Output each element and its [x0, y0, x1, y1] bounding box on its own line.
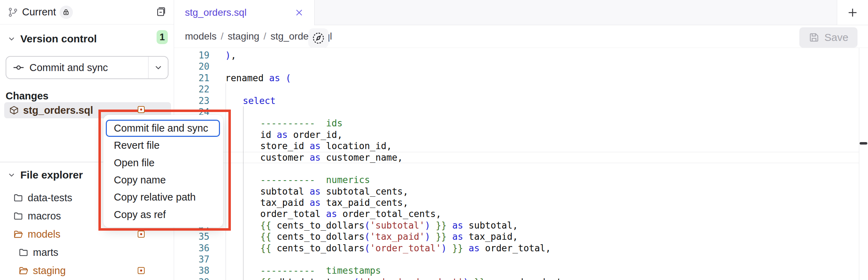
folder-open-icon [19, 266, 28, 275]
modified-badge-icon [138, 106, 145, 113]
code-line-27: store_id as location_id, [215, 140, 859, 152]
compass-icon [311, 31, 325, 45]
new-tab-zone [837, 0, 868, 25]
branch-bar: Current [0, 0, 174, 24]
lineage-button[interactable] [308, 28, 329, 48]
line-number: 38 [174, 265, 209, 276]
branch-lock-badge [60, 6, 73, 19]
changes-count-badge: 1 [157, 30, 168, 44]
lock-icon [62, 8, 70, 16]
code-line-21: renamed as ( [215, 72, 859, 84]
minimap[interactable]: ),renamed as (select---------- idsid as … [815, 50, 857, 88]
version-control-header[interactable]: Version control 1 [0, 24, 174, 45]
plus-icon[interactable] [846, 6, 859, 19]
save-label: Save [825, 31, 848, 43]
git-commit-icon [13, 62, 25, 74]
code-line-23: select [215, 95, 859, 106]
line-number: 35 [174, 231, 209, 242]
code-line-38: ---------- timestamps [215, 265, 859, 276]
tab-bar: stg_orders.sql [174, 0, 868, 25]
code-line-33: order_total as order_total_cents, [215, 208, 859, 219]
line-number: 37 [174, 254, 209, 265]
changed-file-name: stg_orders.sql [23, 105, 93, 116]
code-line-24 [215, 106, 859, 118]
breadcrumb-separator: / [221, 31, 223, 42]
modified-badge-icon [138, 231, 145, 238]
code-pane[interactable]: ),renamed as (select---------- idsid as … [215, 48, 859, 280]
duplicate-icon[interactable] [156, 6, 167, 17]
breadcrumb-part: models [185, 31, 216, 42]
line-number: 20 [174, 61, 209, 72]
branch-name: Current [22, 6, 56, 18]
code-line-37 [215, 254, 859, 265]
version-control-section: Version control 1 Commit and sync Change… [0, 24, 174, 45]
sidebar-item-models[interactable]: models [0, 225, 174, 243]
sidebar-item-marts[interactable]: marts [0, 243, 174, 261]
save-icon [808, 32, 820, 43]
file-explorer-title: File explorer [20, 169, 83, 181]
chevron-down-icon [8, 171, 15, 179]
line-number: 19 [174, 50, 209, 61]
scrollbar-thumb[interactable] [860, 142, 867, 145]
indent-guide [226, 83, 226, 280]
tab-stg-orders[interactable]: stg_orders.sql [174, 0, 315, 25]
tab-title: stg_orders.sql [185, 7, 247, 18]
chevron-down-icon [154, 63, 163, 72]
line-number: 21 [174, 72, 209, 84]
close-icon[interactable] [295, 8, 304, 17]
menu-item-copy-name[interactable]: Copy name [103, 172, 223, 189]
chevron-down-icon [8, 35, 15, 43]
commit-and-sync-button[interactable]: Commit and sync [6, 56, 168, 79]
line-number: 36 [174, 243, 209, 254]
code-line-31: subtotal as subtotal_cents, [215, 186, 859, 197]
model-icon [9, 105, 19, 115]
folder-closed-icon [13, 211, 23, 221]
line-number: 39 [174, 276, 209, 280]
code-line-36: {{ cents_to_dollars('order_total') }} as… [215, 243, 859, 254]
code-line-30: ---------- numerics [215, 174, 859, 186]
code-line-35: {{ cents_to_dollars('tax_paid') }} as ta… [215, 231, 859, 242]
code-pane[interactable]: ),renamed as (select---------- idsid as … [820, 50, 856, 50]
code-line-34: {{ cents_to_dollars('subtotal') }} as su… [215, 220, 859, 231]
code-line-26: id as order_id, [215, 129, 859, 140]
code-line-19: ), [215, 50, 859, 61]
file-header-row: models/staging/stg_orders.sql Save [174, 25, 868, 48]
editor-right-rail [859, 48, 859, 280]
folder-closed-icon [13, 193, 23, 203]
menu-item-open-file[interactable]: Open file [103, 154, 223, 172]
code-line-25: ---------- ids [215, 118, 859, 129]
indent-guide [243, 106, 243, 280]
code-line-20 [215, 61, 859, 72]
sidebar-item-staging[interactable]: staging [0, 261, 174, 280]
menu-item-commit-file-and-sync[interactable]: Commit file and sync [106, 120, 220, 137]
code-line-28: customer as customer_name, [215, 152, 859, 163]
commit-options-caret[interactable] [148, 57, 168, 78]
menu-item-copy-as-ref[interactable]: Copy as ref [103, 206, 223, 223]
modified-badge-icon [138, 267, 145, 274]
breadcrumb-part: staging [228, 31, 259, 42]
line-number: 22 [174, 84, 209, 95]
git-branch-icon [8, 7, 18, 18]
code-line-39: {{ dbt.date_trunc('day', 'ordered_at') }… [215, 276, 859, 280]
file-context-menu: Commit file and syncRevert fileOpen file… [103, 115, 223, 227]
folder-open-icon [13, 229, 23, 239]
version-control-title: Version control [20, 33, 97, 45]
code-line-29 [215, 163, 859, 174]
save-button[interactable]: Save [799, 27, 857, 48]
menu-item-copy-relative-path[interactable]: Copy relative path [103, 189, 223, 206]
line-number: 23 [174, 95, 209, 106]
folder-closed-icon [19, 247, 28, 257]
code-line-22 [215, 84, 859, 95]
breadcrumb-separator: / [263, 31, 266, 42]
changes-heading: Changes [6, 90, 48, 102]
menu-item-revert-file[interactable]: Revert file [103, 137, 223, 154]
dbt-ide-window: Current Version control 1 [0, 0, 868, 280]
code-line-32: tax_paid as tax_paid_cents, [215, 197, 859, 208]
commit-and-sync-label: Commit and sync [29, 62, 108, 74]
code-editor[interactable]: 1920212223242526272829303132333435363738… [174, 48, 868, 280]
